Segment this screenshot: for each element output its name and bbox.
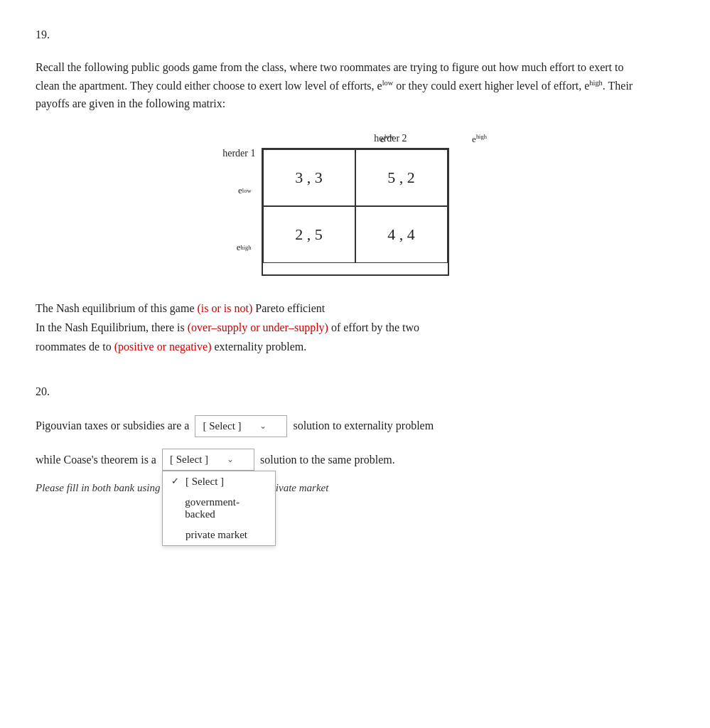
question-19-section: 19. Recall the following public goods ga… [36, 28, 674, 357]
pigouvian-label-start: Pigouvian taxes or subsidies are a [36, 419, 189, 432]
coase-dropdown-menu: ✓ [ Select ] government-backed private m… [162, 471, 276, 546]
question-19-body: Recall the following public goods game f… [36, 58, 647, 113]
matrix-herder1-label: herder 1 [222, 148, 255, 159]
coase-dropdown[interactable]: [ Select ] ⌄ ✓ [ Select ] government-bac… [162, 449, 254, 471]
nash-line1-start: The Nash equilibrium of this game [36, 302, 198, 314]
coase-row: while Coase's theorem is a [ Select ] ⌄ … [36, 449, 674, 471]
coase-label-end: solution to the same problem. [260, 454, 395, 466]
payoff-matrix-wrapper: elow herder 2 ehigh herder 1 [185, 133, 526, 276]
nash-equilibrium-text: The Nash equilibrium of this game (is or… [36, 299, 647, 357]
nash-line2-start: In the Nash Equilibrium, there is [36, 321, 188, 333]
nash-line1-option: (is or is not) [198, 302, 253, 314]
sup-high-1: high [589, 78, 602, 86]
pigouvian-chevron-icon: ⌄ [259, 421, 267, 432]
matrix-left-labels: herder 1 elow ehigh [185, 148, 256, 276]
dropdown-option-government[interactable]: government-backed [163, 492, 275, 525]
matrix-cell-0-1: 5 , 2 [355, 149, 448, 206]
body-text-part2: or they could exert higher level of effo… [393, 80, 589, 92]
pigouvian-select-value: [ Select ] [203, 420, 241, 432]
matrix-body: herder 1 elow ehigh [185, 148, 526, 276]
nash-line1-end: Pareto efficient [252, 302, 325, 314]
matrix-herder2-label: herder 2 [298, 133, 483, 144]
nash-line3-option: (positive or negative) [114, 341, 212, 353]
nash-line3-start: roommates de to [36, 341, 114, 353]
matrix-cell-1-0: 2 , 5 [263, 206, 355, 263]
nash-line2-option: (over–supply or under–supply) [188, 321, 328, 333]
nash-line3-end: externality problem. [211, 341, 306, 353]
dropdown-option-select-label: [ Select ] [185, 476, 224, 488]
dropdown-option-government-label: government-backed [185, 496, 267, 520]
payoff-matrix-grid: 3 , 3 5 , 2 2 , 5 4 , 4 [262, 148, 449, 276]
pigouvian-label-end: solution to externality problem [293, 419, 434, 432]
matrix-cell-0-0: 3 , 3 [263, 149, 355, 206]
question-20-number: 20. [36, 385, 674, 398]
question-19-number: 19. [36, 28, 674, 41]
question-20-section: 20. Pigouvian taxes or subsidies are a [… [36, 385, 674, 494]
question-20-body: Pigouvian taxes or subsidies are a [ Sel… [36, 415, 674, 494]
helper-text: Please fill in both bank using governmen… [36, 482, 674, 494]
coase-label-start: while Coase's theorem is a [36, 454, 156, 466]
dropdown-option-private[interactable]: private market [163, 525, 275, 545]
pigouvian-row: Pigouvian taxes or subsidies are a [ Sel… [36, 415, 674, 437]
nash-line2-end: of effort by the two [328, 321, 419, 333]
matrix-top-labels: elow herder 2 ehigh [263, 133, 526, 145]
sup-low-1: low [382, 78, 394, 86]
matrix-row1-label: elow [238, 162, 251, 219]
coase-select-box[interactable]: [ Select ] ⌄ [162, 449, 254, 471]
checkmark-select: ✓ [171, 476, 183, 487]
coase-select-value: [ Select ] [170, 454, 208, 466]
pigouvian-select-box[interactable]: [ Select ] ⌄ [195, 415, 287, 437]
pigouvian-dropdown[interactable]: [ Select ] ⌄ [195, 415, 287, 437]
payoff-matrix-container: elow herder 2 ehigh herder 1 [36, 133, 674, 276]
matrix-row2-label: ehigh [237, 219, 252, 276]
coase-chevron-icon: ⌄ [227, 454, 234, 465]
dropdown-option-select[interactable]: ✓ [ Select ] [163, 471, 275, 492]
matrix-row-labels: elow ehigh [237, 162, 256, 276]
matrix-cell-1-1: 4 , 4 [355, 206, 448, 263]
dropdown-option-private-label: private market [185, 529, 247, 541]
